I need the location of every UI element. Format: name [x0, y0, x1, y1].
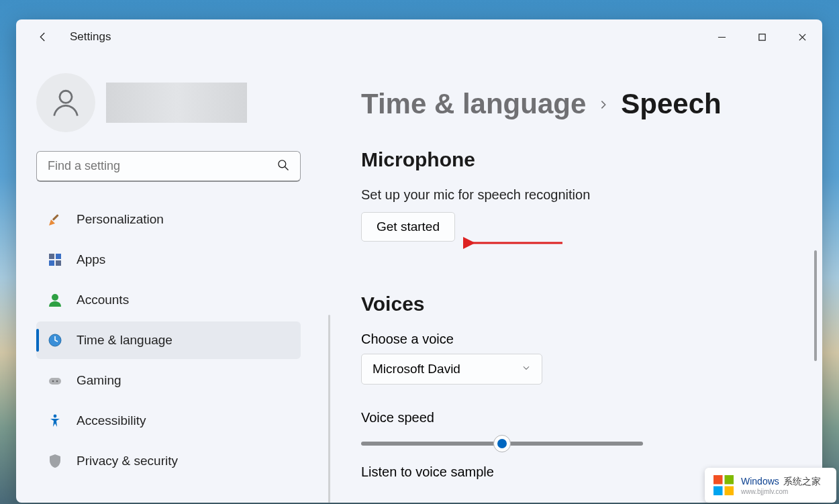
svg-point-16: [52, 381, 54, 383]
svg-line-6: [285, 167, 289, 170]
nav-label: Privacy & security: [77, 454, 178, 468]
svg-point-12: [52, 294, 58, 301]
accessibility-icon: [47, 413, 63, 429]
app-title: Settings: [70, 30, 111, 44]
nav-label: Accounts: [77, 293, 129, 307]
annotation-arrow: [463, 234, 564, 252]
microphone-description: Set up your mic for speech recognition: [361, 187, 809, 203]
windows-logo-icon: [711, 473, 736, 497]
svg-rect-22: [713, 487, 723, 496]
watermark: Windows 系统之家 www.bjjmlv.com: [705, 468, 836, 503]
sidebar-item-time-language[interactable]: Time & language: [36, 321, 301, 359]
svg-rect-8: [49, 254, 54, 259]
profile-section: [36, 73, 301, 132]
maximize-button[interactable]: [742, 23, 782, 50]
voice-speed-slider[interactable]: [361, 442, 643, 446]
personalization-icon: [47, 211, 63, 228]
slider-thumb[interactable]: [493, 435, 511, 452]
svg-rect-7: [52, 214, 59, 221]
nav-label: Time & language: [77, 333, 172, 348]
get-started-button[interactable]: Get started: [361, 212, 455, 242]
svg-rect-23: [725, 487, 734, 496]
sidebar-item-accounts[interactable]: Accounts: [36, 281, 301, 319]
gaming-icon: [47, 372, 63, 389]
nav-label: Apps: [77, 252, 105, 267]
svg-rect-20: [713, 475, 723, 485]
sidebar-item-personalization[interactable]: Personalization: [36, 201, 301, 238]
time-language-icon: [47, 332, 63, 348]
choose-voice-label: Choose a voice: [361, 332, 809, 347]
nav-label: Accessibility: [77, 413, 146, 428]
voice-selected: Microsoft David: [373, 362, 460, 376]
minimize-button[interactable]: [701, 23, 742, 50]
nav-label: Gaming: [77, 373, 121, 388]
svg-rect-11: [56, 260, 61, 266]
window-controls: [701, 23, 822, 50]
sidebar-item-gaming[interactable]: Gaming: [36, 362, 301, 399]
breadcrumb-current: Speech: [621, 88, 721, 120]
nav-label: Personalization: [77, 212, 164, 227]
voices-heading: Voices: [361, 293, 809, 315]
nav-list: Personalization Apps Accounts: [36, 201, 301, 480]
profile-name-redacted: [106, 83, 247, 123]
svg-point-4: [60, 91, 72, 103]
watermark-cn: 系统之家: [783, 476, 821, 487]
sidebar-item-privacy-security[interactable]: Privacy & security: [36, 442, 301, 480]
privacy-security-icon: [47, 453, 63, 469]
svg-rect-21: [725, 475, 734, 485]
avatar[interactable]: [36, 73, 95, 132]
watermark-url: www.bjjmlv.com: [741, 488, 821, 495]
back-button[interactable]: [30, 23, 56, 50]
microphone-heading: Microphone: [361, 148, 809, 171]
breadcrumb-parent[interactable]: Time & language: [361, 88, 586, 120]
breadcrumb: Time & language Speech: [361, 88, 809, 120]
svg-rect-15: [49, 378, 61, 385]
titlebar: Settings: [16, 19, 822, 54]
svg-point-17: [56, 381, 58, 383]
watermark-brand: Windows: [741, 476, 779, 487]
sidebar: Personalization Apps Accounts: [16, 54, 319, 503]
voice-speed-label: Voice speed: [361, 410, 809, 425]
accounts-icon: [47, 292, 63, 308]
svg-point-5: [279, 160, 286, 168]
svg-rect-1: [758, 34, 764, 40]
search-input[interactable]: [36, 151, 301, 182]
settings-window: Settings: [16, 19, 822, 503]
close-button[interactable]: [782, 23, 822, 50]
sidebar-item-apps[interactable]: Apps: [36, 241, 301, 279]
search-icon: [277, 158, 290, 174]
chevron-down-icon: [522, 363, 531, 375]
voice-select[interactable]: Microsoft David: [361, 354, 542, 385]
sidebar-item-accessibility[interactable]: Accessibility: [36, 402, 301, 440]
content-scrollbar[interactable]: [814, 250, 817, 361]
content-area: Time & language Speech Microphone Set up…: [319, 54, 822, 503]
chevron-right-icon: [598, 93, 609, 115]
svg-rect-9: [56, 254, 61, 259]
apps-icon: [47, 252, 63, 268]
svg-rect-10: [49, 260, 54, 266]
search-container: [36, 151, 301, 182]
svg-point-18: [54, 415, 57, 418]
